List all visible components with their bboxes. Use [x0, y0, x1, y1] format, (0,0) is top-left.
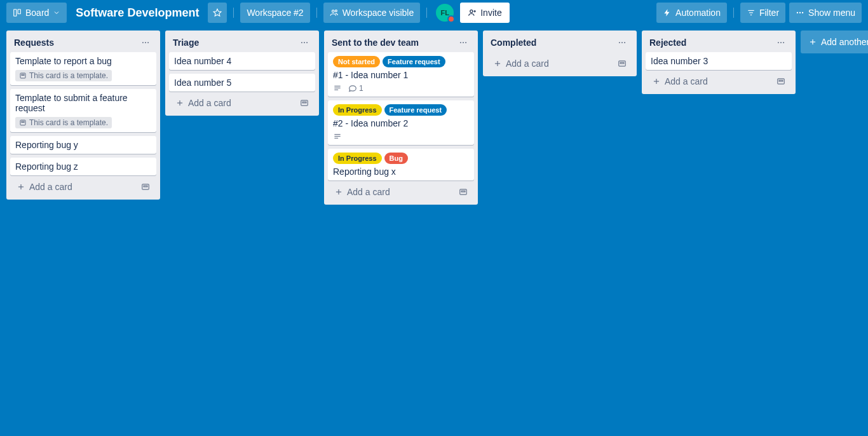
- card[interactable]: In ProgressBugReporting bug x: [328, 149, 474, 181]
- card-title: Template to report a bug: [15, 56, 151, 66]
- dots-icon: [300, 38, 309, 47]
- view-switcher[interactable]: Board: [6, 3, 67, 23]
- label-bug[interactable]: Bug: [384, 153, 408, 164]
- create-from-template-button[interactable]: [456, 185, 470, 199]
- add-card-label: Add a card: [188, 98, 231, 108]
- label-in-progress[interactable]: In Progress: [333, 153, 382, 164]
- dots-icon: [618, 38, 627, 47]
- add-another-list-label: Add another list: [821, 37, 868, 47]
- card[interactable]: Idea number 3: [646, 52, 792, 70]
- plus-icon: [808, 37, 817, 46]
- filter-label: Filter: [759, 8, 779, 18]
- visibility-button[interactable]: Workspace visible: [323, 3, 421, 23]
- svg-point-12: [799, 12, 801, 13]
- card-title: Reporting bug y: [15, 140, 151, 150]
- dots-icon: [459, 38, 468, 47]
- card-list: Template to report a bugThis card is a t…: [10, 52, 156, 175]
- list-title[interactable]: Sent to the dev team: [332, 37, 419, 48]
- card-title: #2 - Idea number 2: [333, 118, 469, 128]
- create-from-template-button[interactable]: [615, 57, 629, 71]
- star-button[interactable]: [208, 3, 227, 23]
- svg-rect-0: [14, 10, 17, 17]
- card-list: Idea number 3: [646, 52, 792, 70]
- card[interactable]: In ProgressFeature request#2 - Idea numb…: [328, 100, 474, 145]
- description-badge: [333, 84, 342, 93]
- plus-icon: [175, 99, 184, 107]
- workspace-button-label: Workspace #2: [247, 8, 303, 18]
- template-icon: [19, 72, 27, 79]
- list-footer: Add a card: [487, 52, 633, 72]
- list-title[interactable]: Requests: [14, 37, 54, 48]
- svg-point-16: [147, 42, 149, 43]
- card-title: Template to submit a feature request: [15, 93, 151, 113]
- list-title[interactable]: Rejected: [649, 37, 686, 48]
- svg-rect-20: [22, 121, 24, 123]
- label-feature-request[interactable]: Feature request: [383, 56, 445, 67]
- automation-label: Automation: [675, 8, 721, 18]
- add-another-list-button[interactable]: Add another list: [801, 31, 868, 53]
- create-from-template-button[interactable]: [774, 74, 788, 88]
- list: TriageIdea number 4Idea number 5Add a ca…: [165, 31, 319, 116]
- svg-point-4: [335, 10, 337, 12]
- list-header: Requests: [10, 34, 156, 52]
- list-footer: Add a card: [169, 92, 315, 112]
- card[interactable]: Template to report a bugThis card is a t…: [10, 52, 156, 85]
- add-card-button[interactable]: Add a card: [649, 74, 774, 89]
- label-in-progress[interactable]: In Progress: [333, 104, 382, 116]
- svg-point-3: [332, 10, 334, 12]
- show-menu-button[interactable]: Show menu: [789, 3, 862, 23]
- svg-point-46: [621, 42, 623, 43]
- svg-point-32: [460, 42, 461, 43]
- svg-rect-44: [461, 191, 465, 192]
- list-footer: Add a card: [10, 175, 156, 196]
- dots-icon: [796, 8, 804, 17]
- board-icon: [13, 8, 22, 17]
- list-header: Triage: [169, 34, 315, 52]
- invite-button[interactable]: Invite: [460, 3, 509, 23]
- svg-point-13: [802, 12, 803, 13]
- label-feature-request[interactable]: Feature request: [384, 104, 447, 116]
- divider: [426, 8, 427, 18]
- list-menu-button[interactable]: [456, 37, 470, 48]
- board-title[interactable]: Software Development: [71, 6, 204, 20]
- list-title[interactable]: Completed: [491, 37, 536, 48]
- view-switcher-label: Board: [25, 8, 49, 18]
- svg-point-15: [145, 42, 146, 43]
- workspace-button[interactable]: Workspace #2: [240, 3, 309, 23]
- card[interactable]: Idea number 5: [169, 74, 315, 92]
- list-menu-button[interactable]: [615, 37, 629, 48]
- invite-button-label: Invite: [480, 8, 501, 18]
- dots-icon: [141, 38, 150, 47]
- card[interactable]: Not startedFeature request#1 - Idea numb…: [328, 52, 474, 97]
- card[interactable]: Reporting bug z: [10, 158, 156, 175]
- member-avatar[interactable]: FL: [436, 4, 454, 22]
- svg-point-52: [778, 42, 779, 43]
- template-badge: This card is a template.: [15, 117, 112, 128]
- card[interactable]: Reporting bug y: [10, 136, 156, 154]
- list-menu-button[interactable]: [774, 37, 788, 48]
- dots-icon: [776, 38, 785, 47]
- card-badges: [333, 132, 469, 141]
- add-card-button[interactable]: Add a card: [491, 56, 615, 71]
- create-from-template-button[interactable]: [297, 96, 311, 110]
- list-menu-button[interactable]: [139, 37, 153, 48]
- star-icon: [213, 8, 222, 17]
- list-footer: Add a card: [646, 70, 792, 90]
- list-menu-button[interactable]: [297, 37, 311, 48]
- template-icon: [19, 119, 27, 126]
- list-title[interactable]: Triage: [173, 37, 199, 48]
- svg-marker-2: [214, 9, 222, 16]
- card[interactable]: Idea number 4: [169, 52, 315, 70]
- automation-button[interactable]: Automation: [656, 3, 727, 23]
- add-card-button[interactable]: Add a card: [332, 184, 456, 200]
- label-not-started[interactable]: Not started: [333, 56, 380, 67]
- plus-icon: [652, 77, 661, 86]
- create-from-template-button[interactable]: [139, 180, 153, 194]
- card[interactable]: Template to submit a feature requestThis…: [10, 89, 156, 132]
- add-card-button[interactable]: Add a card: [14, 179, 139, 194]
- add-card-button[interactable]: Add a card: [173, 95, 297, 111]
- list-header: Sent to the dev team: [328, 34, 474, 52]
- filter-button[interactable]: Filter: [740, 3, 785, 23]
- comment-icon: [348, 84, 357, 93]
- svg-rect-58: [779, 80, 783, 81]
